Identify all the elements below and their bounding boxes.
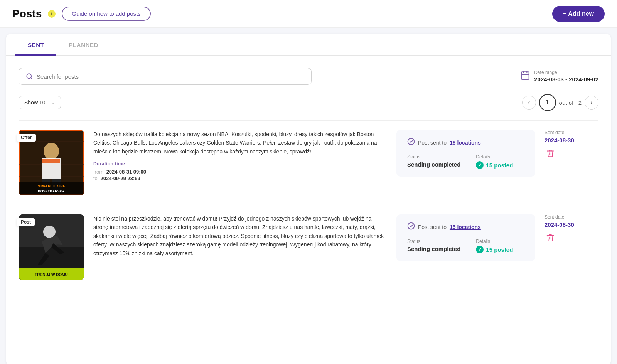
details-col: Details ✓ 15 posted	[476, 154, 513, 169]
post-content: Do naszych sklepów trafiła kolekcja na n…	[93, 130, 387, 182]
status-block: Post sent to 15 locations Status Sending…	[396, 214, 535, 261]
card-right: Post sent to 15 locations Status Sending…	[396, 214, 598, 261]
svg-point-12	[44, 143, 59, 160]
tabs: SENT PLANNED	[6, 34, 611, 56]
search-icon	[26, 73, 33, 80]
sent-date-delete: Sent date 2024-08-30	[545, 130, 598, 161]
check-circle-icon	[407, 138, 415, 147]
status-details-row: Status Sending completed Details ✓ 15 po…	[407, 154, 524, 169]
svg-text:KOSZYKARSKA: KOSZYKARSKA	[38, 189, 65, 193]
date-range-block: Date range 2024-08-03 - 2024-09-02	[520, 70, 598, 83]
post-text: Do naszych sklepów trafiła kolekcja na n…	[93, 130, 387, 156]
search-input[interactable]	[37, 73, 304, 80]
sent-to-row: Post sent to 15 locations	[407, 222, 524, 232]
calendar-icon	[520, 70, 530, 83]
pagination: ‹ 1 out of 2 ›	[522, 94, 598, 111]
locations-link[interactable]: 15 locations	[450, 224, 481, 230]
post-card: Post TRENUJ	[19, 205, 598, 289]
tab-sent[interactable]: SENT	[15, 34, 56, 56]
svg-point-20	[408, 138, 415, 145]
post-thumbnail-wrap: Post TRENUJ	[19, 214, 84, 280]
prev-page-button[interactable]: ‹	[522, 96, 536, 110]
next-page-button[interactable]: ›	[585, 96, 598, 110]
post-content: Nic nie stoi na przeszkodzie, aby trenow…	[93, 214, 387, 263]
status-block: Post sent to 15 locations Status Sending…	[396, 130, 535, 177]
posted-link[interactable]: ✓ 15 posted	[476, 161, 513, 169]
search-date-row: Date range 2024-08-03 - 2024-09-02	[19, 68, 598, 85]
posted-check-icon: ✓	[476, 161, 484, 169]
post-thumbnail-wrap: Offer	[19, 130, 84, 195]
chevron-down-icon: ⌄	[51, 100, 55, 106]
svg-text:TRENUJ W DOMU: TRENUJ W DOMU	[35, 273, 68, 277]
post-card: Offer	[19, 120, 598, 205]
status-col: Status Sending completed	[407, 154, 460, 169]
sent-date-block: Sent date 2024-08-30	[545, 214, 598, 228]
tab-planned[interactable]: PLANNED	[56, 34, 111, 56]
show-select[interactable]: Show 10 ⌄	[19, 96, 61, 109]
current-page: 1	[539, 94, 556, 111]
svg-line-1	[30, 78, 32, 79]
duration-to: to 2024-09-29 23:59	[93, 175, 387, 181]
svg-text:NOWA KOLEKCJA: NOWA KOLEKCJA	[38, 184, 65, 188]
search-box[interactable]	[19, 68, 312, 85]
delete-button[interactable]	[545, 232, 556, 246]
status-col: Status Sending completed	[407, 239, 460, 253]
post-text: Nic nie stoi na przeszkodzie, aby trenow…	[93, 214, 387, 258]
svg-point-23	[43, 226, 56, 238]
page-title: Posts	[12, 8, 42, 20]
posted-check-icon: ✓	[476, 246, 484, 253]
svg-rect-14	[42, 159, 60, 163]
status-details-row: Status Sending completed Details ✓ 15 po…	[407, 239, 524, 253]
check-circle-icon	[407, 222, 415, 232]
locations-link[interactable]: 15 locations	[450, 140, 481, 146]
guide-button[interactable]: Guide on how to add posts	[62, 7, 150, 21]
date-range-info: Date range 2024-08-03 - 2024-09-02	[534, 70, 598, 83]
post-type-badge: Post	[17, 218, 35, 226]
show-pagination-row: Show 10 ⌄ ‹ 1 out of 2 ›	[19, 94, 598, 111]
svg-point-26	[408, 223, 415, 229]
sent-date-block: Sent date 2024-08-30	[545, 130, 598, 143]
sent-to-row: Post sent to 15 locations	[407, 138, 524, 147]
delete-button[interactable]	[545, 147, 556, 161]
svg-rect-2	[521, 72, 529, 79]
header-left: Posts i Guide on how to add posts	[12, 7, 151, 21]
duration-from: from 2024-08-31 09:00	[93, 169, 387, 175]
content-area: Date range 2024-08-03 - 2024-09-02 Show …	[6, 56, 611, 298]
post-type-badge: Offer	[17, 134, 36, 142]
add-new-button[interactable]: + Add new	[552, 6, 605, 22]
card-right: Post sent to 15 locations Status Sending…	[396, 130, 598, 177]
details-col: Details ✓ 15 posted	[476, 239, 513, 253]
main-container: SENT PLANNED	[6, 34, 611, 364]
top-header: Posts i Guide on how to add posts + Add …	[0, 0, 617, 28]
out-of-label: out of 2	[559, 99, 582, 106]
posted-link[interactable]: ✓ 15 posted	[476, 246, 513, 253]
sent-date-delete: Sent date 2024-08-30	[545, 214, 598, 246]
info-icon[interactable]: i	[48, 10, 56, 18]
